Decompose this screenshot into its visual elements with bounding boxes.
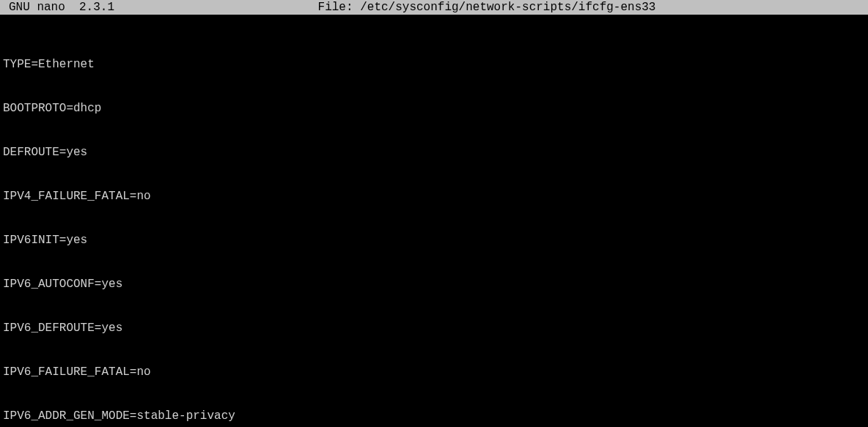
file-line: IPV6INIT=yes: [3, 233, 868, 248]
editor-content[interactable]: TYPE=Ethernet BOOTPROTO=dhcp DEFROUTE=ye…: [0, 15, 868, 427]
file-line: IPV6_DEFROUTE=yes: [3, 321, 868, 335]
file-prefix: File:: [318, 1, 353, 14]
file-line: TYPE=Ethernet: [3, 57, 868, 72]
file-line: IPV4_FAILURE_FATAL=no: [3, 189, 868, 204]
app-name-text: GNU nano: [9, 1, 65, 14]
app-version: 2.3.1: [79, 1, 114, 14]
header-right-pad: [859, 0, 865, 15]
file-line: IPV6_ADDR_GEN_MODE=stable-privacy: [3, 409, 868, 423]
title-bar: GNU nano 2.3.1 File: /etc/sysconfig/netw…: [0, 0, 868, 15]
file-info: File: /etc/sysconfig/network-scripts/ifc…: [114, 0, 859, 15]
app-name: GNU nano 2.3.1: [3, 0, 114, 15]
file-line: IPV6_FAILURE_FATAL=no: [3, 365, 868, 379]
file-line: BOOTPROTO=dhcp: [3, 101, 868, 116]
file-line: IPV6_AUTOCONF=yes: [3, 277, 868, 292]
file-line: DEFROUTE=yes: [3, 145, 868, 160]
file-path: /etc/sysconfig/network-scripts/ifcfg-ens…: [360, 1, 655, 14]
